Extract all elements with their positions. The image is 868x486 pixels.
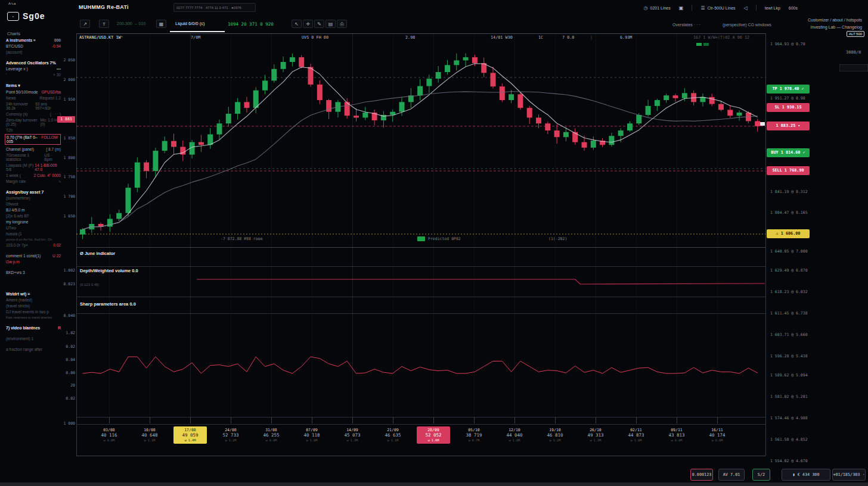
- sidebar-row-27[interactable]: punce d on An Inc. Aud bin, On: [0, 236, 62, 242]
- date-sub: w 0.9M: [255, 438, 288, 443]
- sidebar-row-15[interactable]: 7Growzone 1 statisticsUS · Bpm: [0, 152, 62, 162]
- app-logo-icon[interactable]: ▫: [7, 12, 19, 21]
- positions-button[interactable]: +01/185/303 ·: [832, 469, 866, 481]
- sidebar-row-0[interactable]: A Instruments ≡000: [0, 37, 62, 43]
- sidebar-row-37[interactable]: 7) video blantnesR: [0, 325, 62, 331]
- sell-order-tag[interactable]: SELL 1 768.90: [767, 166, 810, 175]
- sidebar-row-18[interactable]: Margin rate≈: [0, 178, 62, 184]
- sidebar-row-12[interactable]: T2h: [0, 127, 62, 133]
- cancel-all-button[interactable]: 0.000123: [690, 469, 713, 481]
- search-input[interactable]: [173, 3, 256, 12]
- pane-separator-1[interactable]: [76, 247, 765, 248]
- sidebar-row-label: 7Growzone 1 statistics: [6, 153, 44, 161]
- sidebar-row-16[interactable]: Lowpass (M (P) 5/814 1-BB-009 47.0: [0, 162, 62, 172]
- auto-scale-badge[interactable]: ALT 500: [847, 31, 864, 37]
- sidebar-row-6[interactable]: Items ▾: [0, 82, 62, 89]
- sidebar-row-9[interactable]: 24h turnover 36.2k63 ans 997+/83r: [0, 101, 62, 111]
- sidebar-row-label: 0.70 (7% (BaT 0–005: [7, 135, 41, 144]
- calendar-icon[interactable]: ▦: [156, 20, 166, 28]
- date-tick: [190, 418, 191, 423]
- sidebar-row-36[interactable]: Fast nearness to travel arteries: [0, 314, 62, 320]
- date-col-9: 05/1038 719w 0.7M: [457, 426, 491, 444]
- right-axis-row-10: 1 589.62 @ 5.094: [770, 373, 808, 378]
- menu-item-1[interactable]: ▣: [679, 5, 684, 11]
- sidebar-row-11[interactable]: Zero-day turnover (0.25)Mo: 1.0 HK (0): [0, 117, 62, 127]
- sidebar-row-20[interactable]: (summertime): [0, 195, 62, 201]
- stop-loss-tag[interactable]: SL 1 930.15: [767, 103, 810, 112]
- average-button[interactable]: AV 7.01: [718, 469, 745, 481]
- expand-icon[interactable]: ↗: [80, 20, 90, 28]
- sidebar-row-26[interactable]: hussia (1: [0, 230, 62, 236]
- brush-icon[interactable]: ✎: [314, 20, 324, 28]
- sidebar-row-23[interactable]: (2)x 6.wts BT: [0, 213, 62, 219]
- right-axis-row-2: 1 841.19 @ 8.312: [770, 189, 808, 194]
- tab-liquid[interactable]: Liquid 6/0/0 (c): [175, 21, 205, 26]
- sidebar-row-4[interactable]: Leverage x )•••: [0, 66, 62, 71]
- sidebar-row-31[interactable]: BKD+vrs 3: [0, 269, 62, 275]
- sidebar-row-13[interactable]: 0.70 (7% (BaT 0–005FOLLOW: [5, 134, 61, 145]
- sidebar-row-28[interactable]: 103.0.0r 7p+0.02: [0, 242, 62, 248]
- left-price-tag[interactable]: 1 883: [57, 116, 75, 123]
- sidebar-row-22[interactable]: BJ 4/5.0 m: [0, 207, 62, 213]
- left-axis-tick: 0.040: [63, 313, 75, 318]
- pane3-title[interactable]: Sharp parameters area 0.0: [80, 301, 136, 307]
- sidebar-row-2[interactable]: (account): [0, 49, 62, 55]
- menu-item-3[interactable]: ☰Ctr-500U Lines: [700, 5, 735, 11]
- balance-button[interactable]: ▮ € 434 300: [782, 469, 830, 481]
- sidebar-row-10[interactable]: Currency (s)( · · · ): [0, 111, 62, 117]
- sidebar-row-5[interactable]: '+ 30: [0, 71, 62, 77]
- corner-input[interactable]: [839, 64, 868, 71]
- bottom-scrollbar[interactable]: [0, 482, 868, 486]
- sidebar-row-21[interactable]: 09wvst: [0, 201, 62, 207]
- crosshair-icon[interactable]: ✛: [303, 20, 313, 28]
- camera-icon[interactable]: ⎙: [337, 20, 347, 28]
- sidebar-row-1[interactable]: BTC/USD-0.94: [0, 43, 62, 49]
- pane1-title[interactable]: Ø June indicator: [80, 251, 115, 256]
- subheader-link-2[interactable]: Investing Lab — Changelog: [811, 25, 862, 29]
- menu-item-4[interactable]: ◁: [744, 5, 748, 11]
- take-profit-tag[interactable]: TP 1 978.40 ✓: [767, 85, 810, 94]
- sidebar-row-14[interactable]: Channel (panel)[ 8.7 (m): [0, 146, 62, 152]
- sidebar-row-7[interactable]: Point 50/100modeGPUSD/ba: [0, 89, 62, 95]
- menu-item-0[interactable]: ◷0201 Lines: [644, 5, 671, 11]
- date-tick: [312, 418, 312, 423]
- sidebar-row-34[interactable]: (travel stricto): [0, 303, 62, 309]
- split-button[interactable]: S/2: [752, 469, 770, 481]
- left-axis-tick: 1 950: [63, 97, 75, 102]
- sidebar-row-value: ( · · · ): [50, 112, 62, 116]
- alert-tag[interactable]: ⚠ 1 606.00: [767, 229, 810, 238]
- menu-item-6[interactable]: tewt Lkp: [765, 6, 780, 10]
- pane-separator-3[interactable]: [76, 297, 765, 297]
- candlestick-chart[interactable]: [76, 33, 765, 247]
- pointer-icon[interactable]: ↖: [292, 20, 302, 28]
- top-menu: ◷0201 Lines▣☰Ctr-500U Lines◁tewt Lkp600s: [644, 5, 798, 11]
- sidebar-row-38[interactable]: (environment) 1: [0, 335, 62, 341]
- date-col-4: 31/0846 255w 0.9M: [255, 426, 288, 444]
- buy-order-tag[interactable]: BUY 1 814.60 ✓: [767, 148, 810, 157]
- date-sub: w 0.9M: [660, 438, 693, 443]
- date-tick: [352, 418, 353, 423]
- sidebar-row-35[interactable]: DJ travel events in two p: [0, 309, 62, 314]
- sidebar-row-19[interactable]: Assign/buy asset 7: [0, 189, 62, 195]
- sidebar-row-25[interactable]: UTwo: [0, 225, 62, 230]
- text-tool-icon[interactable]: T: [99, 20, 109, 28]
- sidebar-row-label: 09wvst: [6, 202, 18, 206]
- sidebar-row-29[interactable]: comment 1 const(1)U 22: [0, 253, 62, 258]
- sidebar-row-39[interactable]: a fraction range after: [0, 346, 62, 352]
- last-price-tag[interactable]: 1 883.25 ▾: [767, 122, 810, 130]
- menu-item-7[interactable]: 600s: [789, 6, 798, 10]
- sidebar-row-33[interactable]: Ament (traded): [0, 297, 62, 303]
- sidebar-row-3[interactable]: Advanced Oscillators 7%: [0, 60, 62, 66]
- right-axis-row-13: 1 561.58 @ 4.852: [770, 437, 808, 442]
- sidebar-row-24[interactable]: my longzone: [0, 219, 62, 225]
- sidebar-row-label: Advanced Oscillators 7%: [6, 61, 56, 65]
- sidebar-row-label: Currency (s): [6, 112, 27, 116]
- sidebar-row-30[interactable]: Gw p.m: [0, 258, 62, 264]
- left-axis-tick: 1 750: [63, 175, 75, 179]
- menu-separator: [692, 5, 692, 11]
- grid-icon[interactable]: ▤: [326, 20, 336, 28]
- sidebar-row-32[interactable]: Wstdrt wt) =: [0, 291, 62, 297]
- sidebar-row-17[interactable]: 1 week (2 Colo. 4° 0000: [0, 172, 62, 178]
- subheader-link-1[interactable]: Customizer / about / hotspots: [808, 18, 862, 22]
- sidebar-row-8[interactable]: NewsRequest 1.2: [0, 95, 62, 101]
